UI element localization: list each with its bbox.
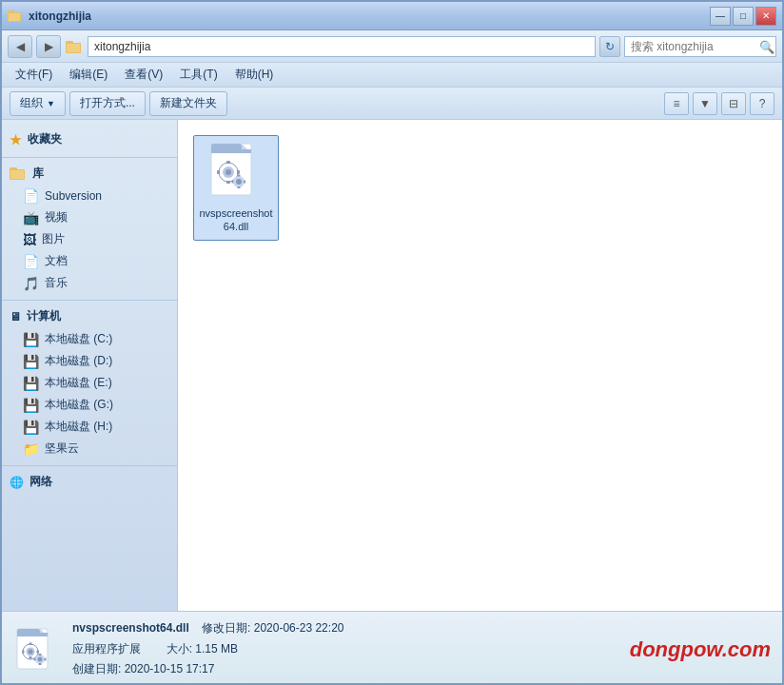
status-type: 应用程序扩展	[72, 642, 141, 656]
computer-header[interactable]: 🖥 计算机	[2, 304, 177, 328]
view-arrow-button[interactable]: ▼	[693, 92, 717, 115]
drive-d-icon: 💾	[23, 354, 39, 369]
svg-rect-24	[232, 181, 234, 184]
close-button[interactable]: ✕	[755, 7, 776, 26]
main-area: ★ 收藏夹 库 📄 Subversion 📺 视频	[2, 120, 782, 611]
search-wrapper: 🔍	[624, 36, 776, 57]
library-folder-icon	[10, 166, 27, 181]
menu-file[interactable]: 文件(F)	[8, 65, 60, 85]
svg-rect-18	[217, 170, 220, 174]
favorites-section: ★ 收藏夹	[2, 127, 177, 151]
svg-rect-41	[34, 657, 36, 660]
svg-point-38	[38, 656, 43, 661]
library-label: 库	[32, 166, 44, 182]
drive-c-icon: 💾	[23, 332, 39, 347]
svg-rect-34	[29, 656, 32, 659]
sidebar-item-image[interactable]: 🖼 图片	[2, 228, 177, 250]
library-header[interactable]: 库	[2, 162, 177, 186]
file-grid: nvspscreenshot64.dll	[189, 131, 771, 245]
drive-h-label: 本地磁盘 (H:)	[45, 419, 112, 435]
content-area: nvspscreenshot64.dll	[178, 120, 782, 611]
music-label: 音乐	[45, 275, 68, 291]
status-filename: nvspscreenshot64.dll	[72, 621, 189, 635]
favorites-header[interactable]: ★ 收藏夹	[2, 127, 177, 151]
search-input[interactable]	[624, 36, 776, 57]
menu-bar: 文件(F) 编辑(E) 查看(V) 工具(T) 帮助(H)	[2, 63, 782, 88]
svg-point-32	[29, 649, 33, 654]
jianguoyun-icon: 📁	[23, 441, 39, 457]
view-toggle-button[interactable]: ≡	[664, 92, 689, 115]
sidebar-divider-3	[2, 465, 177, 466]
svg-rect-36	[37, 650, 40, 653]
network-label: 网络	[29, 474, 52, 490]
menu-view[interactable]: 查看(V)	[117, 65, 170, 85]
sidebar-divider-2	[2, 300, 177, 301]
favorites-label: 收藏夹	[28, 131, 62, 147]
sidebar-item-drive-d[interactable]: 💾 本地磁盘 (D:)	[2, 350, 177, 372]
sidebar-item-document[interactable]: 📄 文档	[2, 250, 177, 272]
svg-rect-40	[39, 663, 42, 665]
image-icon: 🖼	[23, 232, 36, 247]
library-section: 库 📄 Subversion 📺 视频 🖼 图片 📄 文档 🎵 音乐	[2, 162, 177, 294]
back-button[interactable]: ◀	[8, 35, 32, 58]
organize-button[interactable]: 组织 ▼	[10, 91, 66, 116]
svg-rect-2	[9, 13, 20, 21]
status-created: 创建日期: 2020-10-15 17:17	[72, 662, 214, 675]
sidebar-item-jianguoyun[interactable]: 📁 坚果云	[2, 438, 177, 460]
image-label: 图片	[42, 231, 65, 247]
subversion-icon: 📄	[23, 188, 39, 204]
drive-e-icon: 💾	[23, 376, 39, 391]
forward-button[interactable]: ▶	[36, 35, 61, 58]
document-label: 文档	[45, 253, 68, 269]
minimize-button[interactable]: —	[710, 7, 731, 26]
open-with-button[interactable]: 打开方式...	[69, 91, 146, 116]
toolbar: 组织 ▼ 打开方式... 新建文件夹 ≡ ▼ ⊟ ?	[2, 88, 782, 120]
video-label: 视频	[45, 209, 68, 225]
help-button[interactable]: ?	[750, 92, 774, 115]
svg-rect-19	[237, 170, 240, 174]
status-filename-line: nvspscreenshot64.dll 修改日期: 2020-06-23 22…	[72, 618, 617, 639]
maximize-button[interactable]: □	[733, 7, 754, 26]
sidebar-item-video[interactable]: 📺 视频	[2, 206, 177, 228]
subversion-label: Subversion	[45, 189, 102, 203]
network-header[interactable]: 🌐 网络	[2, 470, 177, 494]
sidebar-item-drive-h[interactable]: 💾 本地磁盘 (H:)	[2, 416, 177, 438]
status-info: nvspscreenshot64.dll 修改日期: 2020-06-23 22…	[72, 618, 617, 680]
file-item-dll[interactable]: nvspscreenshot64.dll	[193, 135, 279, 241]
drive-g-label: 本地磁盘 (G:)	[45, 397, 113, 413]
sidebar-item-music[interactable]: 🎵 音乐	[2, 272, 177, 294]
status-created-line: 创建日期: 2020-10-15 17:17	[72, 659, 617, 680]
menu-tools[interactable]: 工具(T)	[172, 65, 225, 85]
new-folder-button[interactable]: 新建文件夹	[149, 91, 227, 116]
sidebar-item-subversion[interactable]: 📄 Subversion	[2, 186, 177, 206]
file-icon-wrapper	[206, 142, 266, 203]
sidebar-item-drive-c[interactable]: 💾 本地磁盘 (C:)	[2, 328, 177, 350]
dll-file-icon	[207, 142, 265, 203]
refresh-button[interactable]: ↻	[599, 36, 620, 57]
menu-edit[interactable]: 编辑(E)	[62, 65, 115, 85]
search-button[interactable]: 🔍	[759, 39, 774, 53]
status-bar: nvspscreenshot64.dll 修改日期: 2020-06-23 22…	[2, 611, 782, 685]
document-icon: 📄	[23, 254, 39, 269]
computer-icon: 🖥	[10, 310, 21, 323]
address-input[interactable]	[88, 36, 596, 57]
address-folder-icon	[65, 37, 84, 56]
svg-rect-25	[244, 181, 245, 184]
star-icon: ★	[10, 132, 22, 147]
drive-d-label: 本地磁盘 (D:)	[45, 353, 112, 369]
sidebar-item-drive-e[interactable]: 💾 本地磁盘 (E:)	[2, 372, 177, 394]
title-bar-left: xitongzhijia	[8, 9, 91, 24]
video-icon: 📺	[23, 210, 39, 225]
new-folder-label: 新建文件夹	[160, 95, 217, 111]
svg-rect-39	[39, 654, 42, 656]
menu-help[interactable]: 帮助(H)	[227, 65, 282, 85]
svg-rect-33	[29, 642, 32, 645]
sidebar-item-drive-g[interactable]: 💾 本地磁盘 (G:)	[2, 394, 177, 416]
sidebar-divider-1	[2, 157, 177, 158]
status-size: 大小: 1.15 MB	[167, 642, 238, 656]
window-icon	[8, 9, 23, 24]
drive-c-label: 本地磁盘 (C:)	[45, 331, 112, 347]
status-file-icon	[13, 627, 59, 673]
pane-button[interactable]: ⊟	[721, 92, 746, 115]
toolbar-right: ≡ ▼ ⊟ ?	[664, 92, 774, 115]
